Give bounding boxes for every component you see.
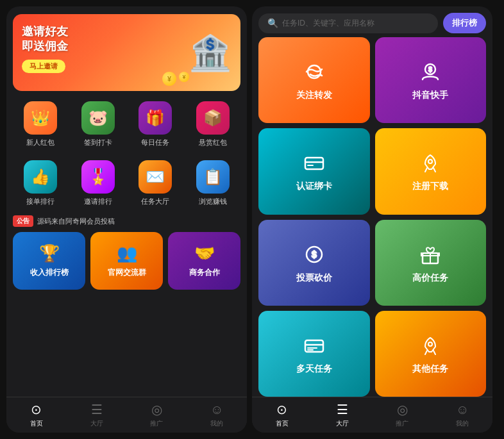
search-input-wrap[interactable]: 🔍 任务ID、关键字、应用名称 xyxy=(258,13,438,33)
action-card-business[interactable]: 🤝 商务合作 xyxy=(168,232,240,290)
order-rank-label: 接单排行 xyxy=(26,197,55,206)
multiday-card-icon xyxy=(301,333,327,358)
task-hall-icon: ✉️ xyxy=(139,160,172,194)
nav-home-phone2[interactable]: ⊙ 首页 xyxy=(252,402,312,428)
task-hall-label: 任务大厅 xyxy=(141,197,169,206)
nav-item-browse-earn[interactable]: 📋 浏览赚钱 xyxy=(185,156,240,210)
hall-icon-phone1: ☰ xyxy=(91,402,103,417)
home-icon-phone2: ⊙ xyxy=(276,402,287,417)
task-card-douyin[interactable]: $ 抖音快手 xyxy=(375,37,487,123)
daily-task-icon: 🎁 xyxy=(139,101,172,135)
nav-hall-phone2[interactable]: ☰ 大厅 xyxy=(312,402,373,428)
new-red-packet-label: 新人红包 xyxy=(26,138,55,147)
nav-profile-phone2[interactable]: ☺ 我的 xyxy=(432,402,492,428)
invite-banner[interactable]: 邀请好友 即送佣金 马上邀请 🏦 ¥ ¥ xyxy=(13,14,240,91)
action-card-group[interactable]: 👥 官网交流群 xyxy=(90,232,163,290)
home-label-phone2: 首页 xyxy=(276,419,289,428)
task-card-register[interactable]: 注册下载 xyxy=(375,128,487,214)
bind-card-label: 认证绑卡 xyxy=(296,181,332,192)
register-label: 注册下载 xyxy=(412,181,448,192)
phone-left: 邀请好友 即送佣金 马上邀请 🏦 ¥ ¥ 👑 新人红包 🐷 签到打卡 xyxy=(6,6,247,433)
profile-label-phone2: 我的 xyxy=(456,419,469,428)
multiday-label: 多天任务 xyxy=(296,363,332,375)
task-card-bind-card[interactable]: 认证绑卡 xyxy=(258,128,370,214)
profile-label-phone1: 我的 xyxy=(210,419,223,428)
banner-button[interactable]: 马上邀请 xyxy=(22,60,65,73)
rocket-icon xyxy=(417,150,443,176)
nav-item-checkin[interactable]: 🐷 签到打卡 xyxy=(71,97,126,151)
daily-task-label: 每日任务 xyxy=(141,138,169,147)
promote-label-phone2: 推广 xyxy=(396,419,408,428)
handshake-icon: 🤝 xyxy=(194,244,215,263)
app-container: 邀请好友 即送佣金 马上邀请 🏦 ¥ ¥ 👑 新人红包 🐷 签到打卡 xyxy=(0,0,504,439)
search-placeholder: 任务ID、关键字、应用名称 xyxy=(282,18,374,29)
browse-earn-label: 浏览赚钱 xyxy=(199,197,227,206)
promote-label-phone1: 推广 xyxy=(150,419,163,428)
task-card-follow-repost[interactable]: 关注转发 xyxy=(258,37,370,123)
phone1-content: 邀请好友 即送佣金 马上邀请 🏦 ¥ ¥ 👑 新人红包 🐷 签到打卡 xyxy=(6,6,247,397)
task-card-high-value[interactable]: 高价任务 xyxy=(375,220,487,306)
phone2-content: 🔍 任务ID、关键字、应用名称 排行榜 关注转发 xyxy=(252,6,492,397)
dollar-hand-icon: $ xyxy=(417,59,443,85)
nav-promote-phone2[interactable]: ◎ 推广 xyxy=(373,402,433,428)
task-card-vote[interactable]: $ 投票砍价 xyxy=(258,220,370,306)
banner-coins: ¥ ¥ xyxy=(162,72,189,86)
search-bar: 🔍 任务ID、关键字、应用名称 排行榜 xyxy=(252,6,492,37)
nav-item-order-rank[interactable]: 👍 接单排行 xyxy=(13,156,68,210)
hall-label-phone2: 大厅 xyxy=(336,419,349,428)
action-cards: 🏆 收入排行榜 👥 官网交流群 🤝 商务合作 xyxy=(6,232,247,290)
other-rocket-icon xyxy=(417,333,443,358)
hall-icon-phone2: ☰ xyxy=(337,402,348,417)
handshake-task-icon xyxy=(301,59,327,85)
nav-item-daily-task[interactable]: 🎁 每日任务 xyxy=(128,97,183,151)
notice-bar: 公告 源码来自阿奇网会员投稿 xyxy=(6,215,247,227)
task-card-multiday[interactable]: 多天任务 xyxy=(258,311,370,397)
task-grid: 关注转发 $ 抖音快手 xyxy=(252,37,492,397)
svg-text:$: $ xyxy=(312,249,317,260)
gift-icon xyxy=(417,242,443,267)
hall-label-phone1: 大厅 xyxy=(90,419,103,428)
other-task-label: 其他任务 xyxy=(412,363,448,375)
nav-promote-phone1[interactable]: ◎ 推广 xyxy=(127,402,187,428)
bounty-label: 悬赏红包 xyxy=(199,138,227,147)
coin-y1: ¥ xyxy=(162,72,176,86)
profile-icon-phone2: ☺ xyxy=(456,402,469,417)
home-icon-phone1: ⊙ xyxy=(31,402,42,417)
checkin-label: 签到打卡 xyxy=(84,138,112,147)
nav-item-invite-rank[interactable]: 🎖️ 邀请排行 xyxy=(71,156,126,210)
banner-building-icon: 🏦 xyxy=(189,33,231,73)
vote-label: 投票砍价 xyxy=(296,272,332,284)
checkin-icon: 🐷 xyxy=(81,101,115,135)
svg-text:$: $ xyxy=(428,66,432,73)
follow-repost-label: 关注转发 xyxy=(296,90,332,101)
nav-item-new-red-packet[interactable]: 👑 新人红包 xyxy=(13,97,68,151)
invite-rank-label: 邀请排行 xyxy=(84,197,112,206)
group-icon: 👥 xyxy=(117,244,137,263)
nav-hall-phone1[interactable]: ☰ 大厅 xyxy=(67,402,127,428)
action-card-income[interactable]: 🏆 收入排行榜 xyxy=(13,232,85,290)
nav-item-bounty[interactable]: 📦 悬赏红包 xyxy=(185,97,240,151)
coin-y2: ¥ xyxy=(179,72,189,82)
rank-button[interactable]: 排行榜 xyxy=(443,13,486,33)
bounty-icon: 📦 xyxy=(196,101,230,135)
promote-icon-phone2: ◎ xyxy=(397,402,408,417)
bottom-nav-phone2: ⊙ 首页 ☰ 大厅 ◎ 推广 ☺ 我的 xyxy=(252,397,492,433)
high-value-label: 高价任务 xyxy=(412,272,448,284)
task-card-other[interactable]: 其他任务 xyxy=(375,311,487,397)
invite-rank-icon: 🎖️ xyxy=(81,160,115,194)
new-red-packet-icon: 👑 xyxy=(24,101,57,135)
nav-item-task-hall[interactable]: ✉️ 任务大厅 xyxy=(128,156,183,210)
svg-point-15 xyxy=(428,342,432,346)
nav-profile-phone1[interactable]: ☺ 我的 xyxy=(187,402,247,428)
svg-point-6 xyxy=(428,160,432,163)
nav-home-phone1[interactable]: ⊙ 首页 xyxy=(6,402,67,428)
svg-rect-3 xyxy=(305,158,323,169)
bottom-nav-phone1: ⊙ 首页 ☰ 大厅 ◎ 推广 ☺ 我的 xyxy=(6,397,247,433)
phone-right: 🔍 任务ID、关键字、应用名称 排行榜 关注转发 xyxy=(252,6,492,433)
profile-icon-phone1: ☺ xyxy=(210,402,223,417)
group-label: 官网交流群 xyxy=(108,267,146,278)
search-icon: 🔍 xyxy=(267,18,278,28)
promote-icon-phone1: ◎ xyxy=(151,402,162,417)
notice-text: 源码来自阿奇网会员投稿 xyxy=(37,217,115,226)
browse-earn-icon: 📋 xyxy=(196,160,230,194)
